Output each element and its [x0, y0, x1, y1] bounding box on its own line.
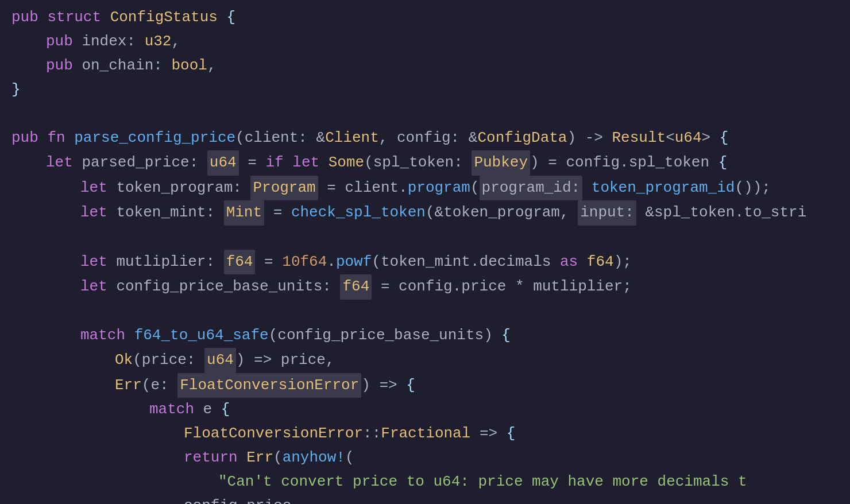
code-line: let mutliplier: f64 = 10f64 . powf (toke… — [0, 250, 850, 275]
type-result: Result — [612, 126, 666, 150]
fn-f64-to-u64-safe: f64_to_u64_safe — [134, 324, 269, 348]
param-program-id-hl: program_id: — [480, 176, 583, 201]
code-line: let token_mint: Mint = check_spl_token (… — [0, 200, 850, 226]
keyword-match: match — [80, 324, 125, 348]
type-f64: f64 — [587, 250, 614, 274]
type-mint-hl: Mint — [224, 200, 264, 226]
brace-open: { — [501, 324, 511, 348]
keyword-fn: fn — [47, 126, 65, 150]
code-line: Err (e: FloatConversionError ) => { — [0, 373, 850, 398]
code-line: pub fn parse_config_price (client: & Cli… — [0, 126, 850, 150]
variant-fractional: Fractional — [381, 422, 470, 446]
fn-parse-config-price: parse_config_price — [74, 126, 235, 150]
keyword-pub: pub — [46, 54, 73, 78]
brace-open: { — [507, 422, 516, 446]
type-u32: u32 — [145, 30, 172, 54]
code-line: Ok (price: u64 ) => price, — [0, 348, 850, 373]
code-line: match f64_to_u64_safe (config_price_base… — [0, 324, 850, 348]
brace-open: { — [406, 374, 415, 398]
keyword-pub: pub — [46, 30, 73, 54]
code-editor: pub struct ConfigStatus { pub index: u32… — [0, 0, 850, 504]
code-line: pub on_chain: bool , — [0, 54, 850, 78]
fn-powf: powf — [336, 250, 372, 274]
code-line: match e { — [0, 398, 850, 422]
code-line: FloatConversionError :: Fractional => { — [0, 422, 850, 446]
brace-open: { — [720, 126, 729, 150]
fn-program: program — [408, 176, 470, 200]
keyword-pub: pub — [11, 6, 38, 30]
type-float-conversion-error-hl: FloatConversionError — [177, 373, 361, 398]
variant-ok: Ok — [115, 348, 133, 373]
code-line: let token_program: Program = client. pro… — [0, 176, 850, 201]
code-line: return Err ( anyhow! ( — [0, 446, 850, 470]
code-line: config.price, — [0, 494, 850, 504]
brace-open: { — [718, 151, 728, 175]
type-u64-hl: u64 — [207, 150, 239, 176]
string-error-msg: "Can't convert price to u64: price may h… — [218, 470, 747, 494]
keyword-struct: struct — [47, 6, 101, 30]
variant-err: Err — [115, 374, 142, 398]
variant-float-conv-err: FloatConversionError — [184, 422, 363, 446]
param-input-hl: input: — [578, 200, 636, 226]
brace-close: } — [11, 78, 21, 102]
type-config-status: ConfigStatus — [110, 6, 218, 30]
type-config-data: ConfigData — [477, 126, 567, 150]
keyword-return: return — [184, 446, 238, 470]
keyword-let: let — [80, 275, 107, 299]
fn-check-spl-token: check_spl_token — [291, 201, 426, 225]
type-f64-hl2: f64 — [340, 274, 372, 300]
type-some: Some — [329, 151, 364, 175]
keyword-if: if — [265, 151, 283, 175]
code-line-empty — [0, 300, 850, 324]
code-line-empty — [0, 102, 850, 126]
code-line-empty — [0, 226, 850, 250]
keyword-let: let — [46, 151, 73, 175]
keyword-let: let — [80, 201, 107, 225]
code-line: let parsed_price: u64 = if let Some (spl… — [0, 150, 850, 176]
keyword-let: let — [80, 250, 107, 274]
code-line: pub index: u32 , — [0, 30, 850, 54]
type-u64: u64 — [675, 126, 702, 150]
brace-open: { — [221, 398, 230, 422]
type-u64-hl3: u64 — [204, 348, 236, 373]
type-bool: bool — [171, 54, 207, 78]
variant-err2: Err — [246, 446, 273, 470]
code-line: let config_price_base_units: f64 = confi… — [0, 274, 850, 300]
type-pubkey-hl: Pubkey — [472, 150, 530, 176]
keyword-let: let — [80, 176, 107, 200]
keyword-as: as — [560, 250, 578, 274]
code-line: "Can't convert price to u64: price may h… — [0, 470, 850, 494]
keyword-match2: match — [149, 398, 194, 422]
brace-open: { — [227, 6, 236, 30]
type-client: Client — [325, 126, 379, 150]
code-line: pub struct ConfigStatus { — [0, 6, 850, 30]
type-f64-hl: f64 — [224, 250, 256, 275]
keyword-pub: pub — [11, 126, 38, 150]
code-line: } — [0, 78, 850, 102]
type-program-hl: Program — [250, 176, 318, 201]
macro-anyhow: anyhow! — [283, 446, 345, 470]
number-10f64: 10f64 — [282, 250, 327, 274]
fn-token-program-id: token_program_id — [592, 176, 735, 200]
keyword-let2: let — [292, 151, 319, 175]
